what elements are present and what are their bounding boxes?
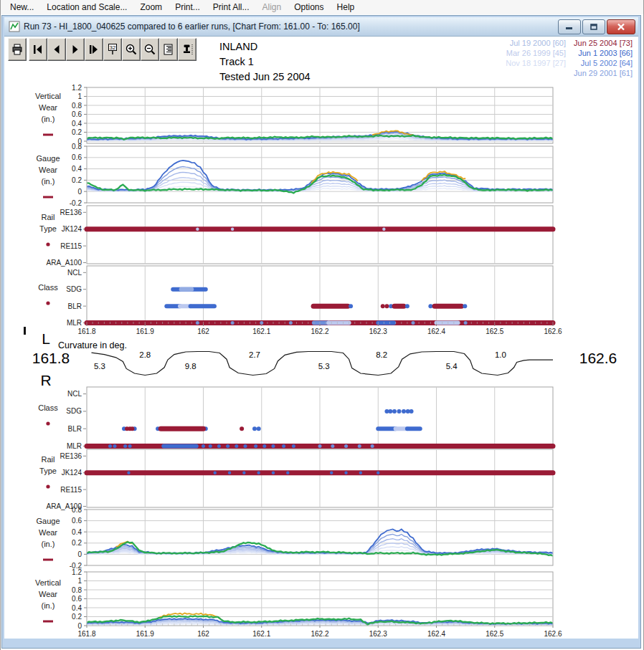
profile-legend-button[interactable] (159, 38, 178, 61)
menu-item-print[interactable]: Print... (169, 1, 207, 14)
step-forward-button[interactable] (66, 38, 85, 61)
test-date: Tested Jun 25 2004 (219, 70, 311, 85)
track-name: Track 1 (219, 54, 311, 70)
chart-header: INLAND Track 1 Tested Jun 25 2004 (219, 39, 311, 85)
step-back-button[interactable] (47, 38, 66, 61)
legend-entry (494, 68, 566, 78)
menu-item-align[interactable]: Align (256, 1, 288, 14)
legend-entry: Mar 26 1999 [45] (494, 48, 566, 58)
milepost-button[interactable]: 32 (103, 38, 122, 61)
legend-entry: Jul 19 2000 [60] (494, 38, 566, 48)
close-button[interactable] (607, 19, 635, 34)
menu-item-zoom[interactable]: Zoom (133, 1, 169, 14)
restore-button[interactable] (582, 19, 605, 34)
menu-bar: New...Location and Scale...ZoomPrint...P… (1, 0, 643, 14)
legend-entry: Jun 29 2001 [61] (566, 68, 633, 78)
app-icon (9, 21, 20, 32)
legend-entry: Jun 1 2003 [66] (566, 48, 633, 58)
milepost-label: 32 (110, 44, 116, 51)
menu-item-location-and-scale[interactable]: Location and Scale... (40, 1, 133, 14)
rail-section-button[interactable] (178, 38, 196, 61)
location-name: INLAND (219, 39, 311, 54)
window-title: Run 73 - HI_1800_040625 compared to 6 ea… (24, 21, 558, 32)
menu-item-help[interactable]: Help (331, 1, 361, 14)
zoom-in-button[interactable] (122, 38, 141, 61)
application-window: New...Location and Scale...ZoomPrint...P… (0, 0, 644, 650)
menu-item-print-all[interactable]: Print All... (207, 1, 256, 14)
print-button[interactable] (8, 38, 27, 61)
menu-item-options[interactable]: Options (288, 1, 330, 14)
chart-content: 32 INLAND (4, 37, 638, 639)
zoom-out-button[interactable] (141, 38, 159, 61)
run-legend: Jul 19 2000 [60]Jun 25 2004 [73]Mar 26 1… (494, 38, 633, 78)
go-end-button[interactable] (85, 38, 103, 61)
minimize-button[interactable] (558, 19, 581, 34)
go-start-button[interactable] (29, 38, 47, 61)
legend-entry: Jul 5 2002 [64] (566, 58, 633, 68)
toolbar: 32 (8, 38, 196, 61)
legend-entry: Jun 25 2004 [73] (566, 38, 633, 48)
chart-child-window: Run 73 - HI_1800_040625 compared to 6 ea… (1, 15, 641, 649)
menu-item-new[interactable]: New... (4, 1, 40, 14)
legend-entry: Nov 18 1997 [27] (494, 58, 566, 68)
title-bar[interactable]: Run 73 - HI_1800_040625 compared to 6 ea… (4, 17, 638, 37)
